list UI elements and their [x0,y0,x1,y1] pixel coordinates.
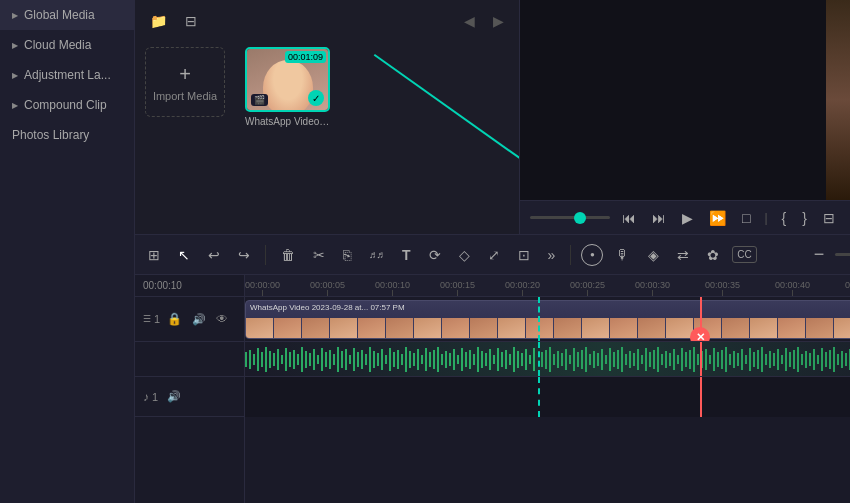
svg-rect-8 [269,351,271,368]
toolbar-caption[interactable]: CC [732,246,756,263]
svg-rect-99 [637,349,639,370]
speed-slider[interactable] [530,216,610,219]
duration-badge: 00:01:09 [285,51,326,63]
svg-rect-109 [677,355,679,364]
svg-rect-113 [693,347,695,372]
svg-rect-85 [581,350,583,369]
toolbar-mic[interactable]: 🎙 [611,244,635,266]
svg-rect-79 [557,351,559,368]
zoom-slider[interactable] [835,253,850,256]
svg-rect-117 [709,355,711,364]
cut-indicator [538,297,540,341]
sidebar-item-global-media[interactable]: ▶ Global Media [0,0,134,30]
step-back-btn[interactable]: ⏭ [648,208,670,228]
svg-rect-64 [493,355,495,364]
svg-rect-122 [729,354,731,365]
toolbar-redo[interactable]: ↪ [233,244,255,266]
svg-rect-55 [457,355,459,364]
nav-right-btn[interactable]: ▶ [488,10,509,32]
audio-cut-indicator [538,342,540,376]
toolbar-crop[interactable]: ⊡ [513,244,535,266]
svg-rect-56 [461,348,463,371]
svg-rect-150 [841,351,843,368]
toolbar-transform[interactable]: ⤢ [483,244,505,266]
toolbar-record-btn[interactable]: ● [581,244,603,266]
toolbar-more[interactable]: » [543,244,561,266]
toolbar-speed[interactable]: ⟳ [424,244,446,266]
svg-rect-76 [545,350,547,369]
step-fwd-btn[interactable]: ⏩ [705,208,730,228]
film-frame [414,318,442,339]
svg-rect-118 [713,348,715,371]
svg-rect-142 [809,353,811,366]
layout-btn[interactable]: ⊟ [819,208,839,228]
svg-rect-54 [453,349,455,370]
svg-rect-90 [601,349,603,370]
grid-btn[interactable]: ⊟ [180,10,202,32]
media-clip-thumbnail[interactable]: 00:01:09 ✓ 🎬 WhatsApp Video 202... [245,47,330,127]
track-visibility-btn[interactable]: 👁 [214,310,230,328]
toolbar-transition[interactable]: ⇄ [672,244,694,266]
svg-rect-101 [645,348,647,371]
toolbar-delete[interactable]: 🗑 [276,244,300,266]
rewind-btn[interactable]: ⏮ [618,208,640,228]
svg-rect-69 [513,347,515,372]
check-icon: ✓ [308,90,324,106]
preview-screen: spectator... [520,0,850,200]
ruler-mark-25: 00:00:25 [570,280,605,296]
svg-rect-11 [281,355,283,364]
zoom-out-btn[interactable]: − [809,241,830,268]
svg-rect-93 [613,352,615,367]
folder-btn[interactable]: 📁 [145,10,172,32]
toolbar-undo[interactable]: ↩ [203,244,225,266]
toolbar-cut[interactable]: ✂ [308,244,330,266]
svg-rect-60 [477,347,479,372]
timeline-left-panel: 00:00:10 ☰ 1 🔒 🔊 👁 [135,275,245,503]
video-clip[interactable]: WhatsApp Video 2023-09-28 at... 07:57 PM [245,300,850,339]
svg-rect-23 [329,350,331,369]
toolbar-audio[interactable]: ♬♬ [364,246,389,263]
film-frame [302,318,330,339]
toolbar-pointer[interactable]: ↖ [173,244,195,266]
track-lock-btn[interactable]: 🔒 [165,310,184,328]
svg-rect-82 [569,355,571,364]
fullscreen-btn[interactable]: □ [738,208,754,228]
bracket-open-btn[interactable]: { [778,208,791,228]
svg-rect-97 [629,351,631,368]
play-btn[interactable]: ▶ [678,208,697,228]
timeline-ruler: 00:00:00 00:00:05 00:00:10 00:00:15 [245,275,850,297]
sidebar-item-adjustment[interactable]: ▶ Adjustment La... [0,60,134,90]
toolbar-copy[interactable]: ⎘ [338,244,356,266]
sidebar-item-cloud-media[interactable]: ▶ Cloud Media [0,30,134,60]
toolbar-effect[interactable]: ◈ [643,244,664,266]
sidebar-item-photos-library[interactable]: Photos Library [0,120,134,150]
filmstrip-frames [246,318,850,339]
video-track-header: ☰ 1 🔒 🔊 👁 [135,297,244,342]
toolbar-sticker[interactable]: ✿ [702,244,724,266]
timeline-toolbar: ⊞ ↖ ↩ ↪ 🗑 ✂ ⎘ ♬♬ T ⟳ ◇ ⤢ ⊡ » ● 🎙 ◈ ⇄ ✿ C… [135,235,850,275]
import-media-button[interactable]: + Import Media [145,47,225,117]
svg-rect-15 [297,354,299,365]
svg-rect-67 [505,350,507,369]
preview-controls: ⏮ ⏭ ▶ ⏩ □ | { } ⊟ ⧉ 00:00:32:13 [520,200,850,234]
nav-left-btn[interactable]: ◀ [459,10,480,32]
toolbar-keyframe[interactable]: ◇ [454,244,475,266]
svg-rect-138 [793,350,795,369]
ruler-mark-45: 00:00:45 [845,280,850,296]
toolbar-select-all[interactable]: ⊞ [143,244,165,266]
svg-rect-111 [685,352,687,367]
svg-rect-68 [509,354,511,365]
sidebar-item-compound-clip[interactable]: ▶ Compound Clip [0,90,134,120]
sidebar-label-photos-library: Photos Library [12,128,89,142]
music-mute-btn[interactable]: 🔊 [165,388,183,405]
bracket-close-btn[interactable]: } [798,208,811,228]
svg-rect-125 [741,349,743,370]
track-mute-btn[interactable]: 🔊 [190,311,208,328]
svg-rect-77 [549,347,551,372]
playhead-video: ✕ [700,297,702,341]
svg-rect-30 [357,352,359,367]
playhead-x-btn[interactable]: ✕ [690,327,710,342]
svg-rect-143 [813,349,815,370]
toolbar-text[interactable]: T [397,244,416,266]
svg-rect-33 [369,347,371,372]
